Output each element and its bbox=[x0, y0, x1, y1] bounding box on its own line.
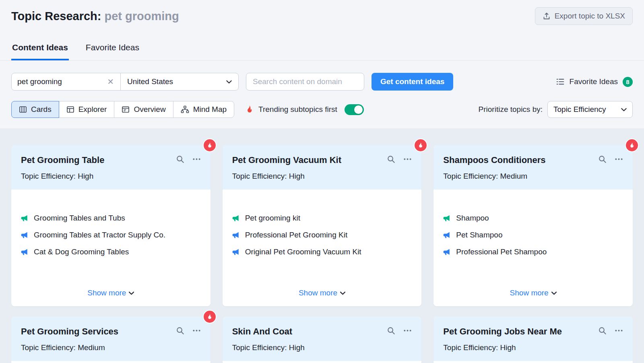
topic-efficiency-value: Medium bbox=[500, 172, 528, 180]
card-search-icon[interactable] bbox=[598, 326, 607, 335]
topic-efficiency-label: Topic Efficiency: bbox=[443, 343, 498, 352]
trending-badge bbox=[203, 310, 217, 324]
card-search-icon[interactable] bbox=[598, 155, 607, 163]
toggle-knob bbox=[354, 105, 363, 114]
subtopic-item[interactable]: Grooming Tables at Tractor Supply Co. bbox=[21, 231, 201, 239]
chevron-down-icon bbox=[621, 108, 627, 111]
topic-efficiency: Topic Efficiency: High bbox=[443, 343, 623, 352]
megaphone-icon bbox=[232, 248, 239, 256]
topic-efficiency-value: Medium bbox=[78, 343, 105, 352]
export-button[interactable]: Export topic to XLSX bbox=[535, 7, 633, 25]
subtopic-label: Cat & Dog Grooming Tables bbox=[34, 248, 129, 256]
favorite-ideas-label: Favorite Ideas bbox=[570, 77, 618, 86]
card-search-icon[interactable] bbox=[176, 155, 184, 163]
country-select[interactable]: United States bbox=[120, 73, 239, 91]
page-title-query: pet grooming bbox=[104, 10, 179, 23]
keyword-input[interactable] bbox=[17, 77, 106, 86]
trending-badge bbox=[203, 138, 217, 152]
show-more-label: Show more bbox=[87, 289, 126, 297]
show-more-link[interactable]: Show more bbox=[87, 289, 134, 299]
show-more-link[interactable]: Show more bbox=[299, 289, 345, 299]
card-header: Pet Grooming Vacuum Kit Topic Efficiency… bbox=[223, 145, 422, 190]
view-mindmap-button[interactable]: Mind Map bbox=[173, 101, 234, 118]
subtopic-item[interactable]: Shampoo bbox=[443, 214, 623, 223]
favorite-ideas-count-badge: 8 bbox=[623, 77, 633, 87]
trending-subtopics-label: Trending subtopics first bbox=[258, 105, 337, 114]
subtopic-item[interactable]: Original Pet Grooming Vacuum Kit bbox=[232, 248, 412, 256]
card-more-icon[interactable] bbox=[615, 326, 623, 335]
topic-card: Pet Grooming Services Topic Efficiency: … bbox=[11, 317, 211, 363]
topic-efficiency-value: High bbox=[289, 172, 305, 180]
subtopic-label: Pet Shampoo bbox=[456, 231, 502, 239]
list-icon bbox=[556, 77, 565, 86]
view-cards-label: Cards bbox=[31, 105, 52, 114]
trending-toggle[interactable] bbox=[345, 104, 364, 115]
favorite-ideas-link[interactable]: Favorite Ideas 8 bbox=[556, 77, 633, 87]
card-title: Shampoos Conditioners bbox=[443, 155, 545, 165]
view-overview-button[interactable]: Overview bbox=[114, 101, 173, 118]
topic-efficiency-label: Topic Efficiency: bbox=[21, 172, 76, 180]
country-select-value: United States bbox=[127, 77, 173, 86]
card-more-icon[interactable] bbox=[192, 326, 201, 335]
get-content-ideas-button[interactable]: Get content ideas bbox=[372, 73, 453, 91]
topic-efficiency: Topic Efficiency: High bbox=[232, 343, 412, 352]
export-label: Export topic to XLSX bbox=[555, 12, 625, 21]
card-header: Skin And Coat Topic Efficiency: High bbox=[223, 317, 422, 361]
clear-keyword-icon[interactable]: ✕ bbox=[106, 78, 115, 86]
megaphone-icon bbox=[443, 214, 450, 222]
card-search-icon[interactable] bbox=[176, 326, 184, 335]
card-title: Pet Grooming Table bbox=[21, 155, 104, 165]
subtopic-item[interactable]: Pet Shampoo bbox=[443, 231, 623, 239]
card-title: Pet Grooming Services bbox=[21, 326, 118, 337]
card-more-icon[interactable] bbox=[403, 155, 412, 163]
tabs-bar: Content Ideas Favorite Ideas bbox=[0, 40, 644, 61]
topic-efficiency-value: High bbox=[500, 343, 516, 352]
card-body: Grooming Tables and Tubs Grooming Tables… bbox=[11, 190, 211, 306]
card-header: Pet Grooming Services Topic Efficiency: … bbox=[11, 317, 211, 361]
subtopic-item[interactable]: Pet grooming kit bbox=[232, 214, 412, 223]
card-more-icon[interactable] bbox=[403, 326, 412, 335]
subtopic-item[interactable]: Cat & Dog Grooming Tables bbox=[21, 248, 201, 256]
view-explorer-label: Explorer bbox=[78, 105, 107, 114]
card-more-icon[interactable] bbox=[615, 155, 623, 163]
topic-efficiency: Topic Efficiency: Medium bbox=[443, 172, 623, 181]
subtopic-label: Professional Pet Grooming Kit bbox=[245, 231, 348, 239]
tab-content-ideas[interactable]: Content Ideas bbox=[11, 40, 69, 60]
topic-card: Shampoos Conditioners Topic Efficiency: … bbox=[433, 145, 633, 306]
subtopic-item[interactable]: Professional Pet Grooming Kit bbox=[232, 231, 412, 239]
domain-search-input[interactable] bbox=[246, 73, 364, 91]
card-body: Shampoo Pet Shampoo Professional Pet Sha… bbox=[433, 190, 633, 306]
subtopic-item[interactable]: Grooming Tables and Tubs bbox=[21, 214, 201, 223]
prioritize-select-value: Topic Efficiency bbox=[553, 105, 606, 114]
subtopic-item[interactable]: Professional Pet Shampoo bbox=[443, 248, 623, 256]
card-body bbox=[223, 361, 422, 363]
card-body bbox=[433, 361, 633, 363]
topic-efficiency-label: Topic Efficiency: bbox=[232, 343, 287, 352]
topic-efficiency-value: High bbox=[289, 343, 305, 352]
subtopic-list: Shampoo Pet Shampoo Professional Pet Sha… bbox=[443, 214, 623, 256]
tab-favorite-ideas[interactable]: Favorite Ideas bbox=[85, 40, 140, 60]
megaphone-icon bbox=[21, 248, 28, 256]
card-more-icon[interactable] bbox=[192, 155, 201, 163]
subtopic-label: Pet grooming kit bbox=[245, 214, 300, 223]
subtopic-label: Professional Pet Shampoo bbox=[456, 248, 547, 256]
flame-icon bbox=[246, 105, 254, 113]
megaphone-icon bbox=[21, 214, 28, 222]
trending-badge bbox=[625, 138, 639, 152]
chevron-down-icon bbox=[226, 80, 232, 84]
card-search-icon[interactable] bbox=[387, 326, 395, 335]
card-search-icon[interactable] bbox=[387, 155, 395, 163]
card-title: Skin And Coat bbox=[232, 326, 293, 337]
page-header: Topic Research:pet grooming Export topic… bbox=[11, 7, 633, 25]
card-body bbox=[11, 361, 211, 363]
view-explorer-button[interactable]: Explorer bbox=[59, 101, 115, 118]
card-body: Pet grooming kit Professional Pet Groomi… bbox=[223, 190, 422, 306]
prioritize-select[interactable]: Topic Efficiency bbox=[547, 101, 633, 118]
show-more-label: Show more bbox=[299, 289, 337, 297]
subtopic-label: Original Pet Grooming Vacuum Kit bbox=[245, 248, 361, 256]
show-more-link[interactable]: Show more bbox=[510, 289, 557, 299]
topic-efficiency-label: Topic Efficiency: bbox=[21, 343, 76, 352]
view-switcher: Cards Explorer Overview Mind Map bbox=[11, 101, 234, 118]
prioritize-label: Prioritize topics by: bbox=[479, 105, 543, 114]
view-cards-button[interactable]: Cards bbox=[11, 101, 59, 118]
